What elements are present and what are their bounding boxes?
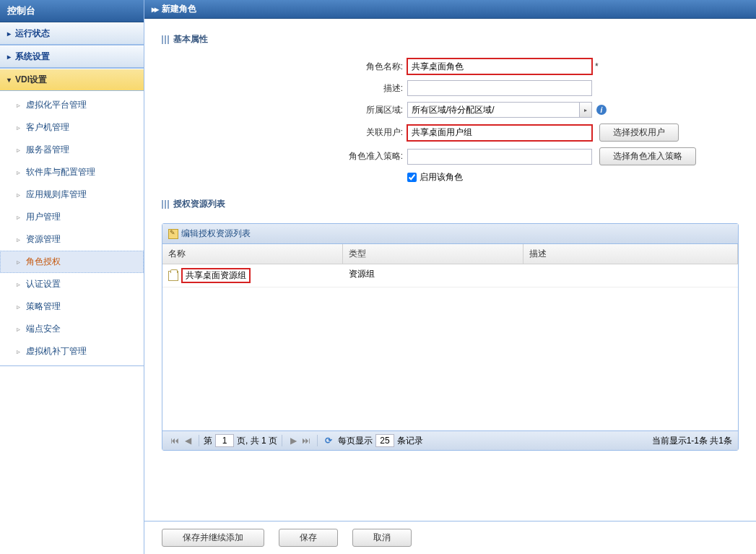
nav-item-client[interactable]: ▹客户机管理: [0, 116, 144, 139]
region-input[interactable]: [407, 102, 579, 118]
pager-label-of: 页, 共 1 页: [237, 435, 277, 447]
resource-group-icon: [168, 271, 178, 281]
section-title-basic: 基本属性: [162, 33, 739, 46]
nav-item-software[interactable]: ▹软件库与配置管理: [0, 161, 144, 183]
section-bars-icon: [162, 35, 169, 44]
pager-last-button[interactable]: ⏭: [300, 434, 313, 447]
pager-first-button[interactable]: ⏮: [168, 434, 181, 447]
bullet-icon: ▹: [17, 235, 20, 243]
save-button[interactable]: 保存: [279, 529, 338, 547]
nav-item-role-auth[interactable]: ▹角色授权: [0, 251, 144, 273]
sidebar: 控制台 ▸ 运行状态 ▸ 系统设置 ▾ VDI设置 ▹虚拟化平台管理 ▹客户机管…: [0, 0, 144, 554]
row-name-cell: 共享桌面资源组: [181, 268, 251, 283]
page-title: 新建角色: [162, 3, 196, 15]
label-role-name: 角色名称:: [162, 61, 407, 73]
grid-toolbar: 编辑授权资源列表: [162, 224, 738, 244]
nav-item-auth[interactable]: ▹认证设置: [0, 273, 144, 295]
pager-sep: [317, 435, 318, 446]
col-header-name[interactable]: 名称: [162, 244, 343, 264]
label-region: 所属区域:: [162, 104, 407, 116]
chevron-down-icon: ▾: [7, 76, 11, 84]
info-icon[interactable]: i: [596, 105, 607, 115]
bullet-icon: ▹: [17, 347, 20, 355]
pager-label-per: 每页显示: [338, 435, 373, 447]
pager-label-records: 条记录: [397, 435, 423, 447]
bullet-icon: ▹: [17, 258, 20, 266]
nav-item-vmpatch[interactable]: ▹虚拟机补丁管理: [0, 340, 144, 363]
bottom-bar: 保存并继续添加 保存 取消: [144, 521, 756, 554]
nav-panel-system[interactable]: ▸ 系统设置: [0, 46, 144, 68]
enable-role-label: 启用该角色: [420, 171, 463, 183]
required-star: *: [595, 61, 599, 72]
save-continue-button[interactable]: 保存并继续添加: [162, 529, 264, 547]
edit-resource-list-button[interactable]: 编辑授权资源列表: [168, 228, 251, 240]
label-desc: 描述:: [162, 82, 407, 95]
cancel-button[interactable]: 取消: [352, 529, 412, 547]
pager-next-button[interactable]: ▶: [287, 434, 300, 447]
pager-sep: [199, 435, 199, 446]
chevron-right-icon: ▸: [7, 30, 11, 38]
nav-tree: ▹虚拟化平台管理 ▹客户机管理 ▹服务器管理 ▹软件库与配置管理 ▹应用规则库管…: [0, 91, 144, 365]
col-header-desc[interactable]: 描述: [523, 244, 738, 264]
pager-sep: [282, 435, 282, 446]
enable-role-checkbox[interactable]: [407, 173, 417, 182]
pager-prev-button[interactable]: ◀: [181, 434, 194, 447]
bullet-icon: ▹: [17, 146, 20, 154]
bullet-icon: ▹: [17, 168, 20, 176]
grid-header: 名称 类型 描述: [162, 244, 738, 264]
select-policy-button[interactable]: 选择角色准入策略: [599, 147, 696, 165]
table-row[interactable]: 共享桌面资源组 资源组: [162, 264, 738, 287]
bullet-icon: ▹: [17, 303, 20, 311]
policy-input[interactable]: [407, 149, 592, 165]
nav-item-endpoint[interactable]: ▹端点安全: [0, 318, 144, 340]
bullet-icon: ▹: [17, 124, 20, 131]
nav-panel-runtime[interactable]: ▸ 运行状态: [0, 22, 144, 45]
region-dropdown-button[interactable]: ▸: [579, 102, 592, 118]
main-area: ▸▸ 新建角色 基本属性 角色名称: * 描述:: [144, 0, 756, 554]
nav-item-apprules[interactable]: ▹应用规则库管理: [0, 183, 144, 206]
bullet-icon: ▹: [17, 191, 20, 199]
chevron-right-icon: ▸: [7, 53, 11, 61]
pager-refresh-button[interactable]: ⟳: [322, 434, 335, 447]
pager-perpage-input[interactable]: [375, 434, 394, 447]
bullet-icon: ▹: [17, 280, 20, 288]
edit-icon: [168, 229, 178, 239]
nav-item-users[interactable]: ▹用户管理: [0, 206, 144, 228]
nav-item-policy[interactable]: ▹策略管理: [0, 295, 144, 318]
label-assoc-user: 关联用户:: [162, 126, 407, 139]
assoc-user-input[interactable]: [407, 125, 592, 141]
pager-summary: 当前显示1-1条 共1条: [652, 435, 732, 447]
breadcrumb: ▸▸ 新建角色: [144, 0, 756, 19]
grid-body: 共享桌面资源组 资源组: [162, 264, 738, 430]
nav-item-server[interactable]: ▹服务器管理: [0, 139, 144, 161]
row-type-cell: 资源组: [343, 264, 523, 287]
role-name-input[interactable]: [407, 59, 592, 74]
nav-item-virtplatform[interactable]: ▹虚拟化平台管理: [0, 94, 144, 116]
section-title-resources: 授权资源列表: [162, 198, 739, 210]
section-bars-icon: [162, 200, 169, 209]
bullet-icon: ▹: [17, 325, 20, 333]
nav-panel-vdi[interactable]: ▾ VDI设置: [0, 69, 144, 91]
grid-pager: ⏮ ◀ 第 页, 共 1 页 ▶ ⏭ ⟳ 每页显示 条记录: [162, 430, 738, 450]
bullet-icon: ▹: [17, 101, 20, 109]
label-policy: 角色准入策略:: [162, 150, 407, 163]
sidebar-title: 控制台: [0, 0, 144, 22]
desc-input[interactable]: [407, 80, 592, 96]
nav-item-resources[interactable]: ▹资源管理: [0, 228, 144, 251]
chevrons-icon: ▸▸: [152, 4, 157, 14]
select-user-button[interactable]: 选择授权用户: [599, 124, 679, 142]
col-header-type[interactable]: 类型: [343, 244, 523, 264]
row-desc-cell: [523, 264, 738, 287]
pager-page-input[interactable]: [215, 434, 234, 447]
resource-grid-panel: 编辑授权资源列表 名称 类型 描述 共享桌面资源组: [162, 223, 739, 451]
bullet-icon: ▹: [17, 213, 20, 221]
pager-label-page: 第: [204, 435, 212, 447]
